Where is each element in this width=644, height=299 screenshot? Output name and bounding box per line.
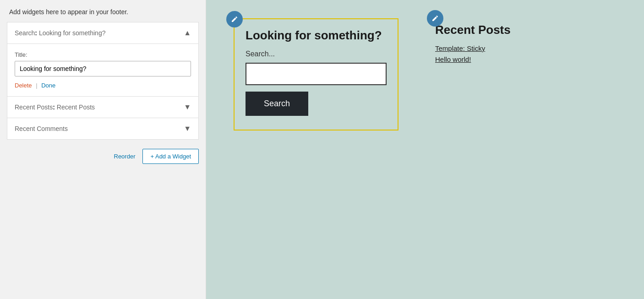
search-preview-label: Search... <box>246 50 387 58</box>
search-preview-button[interactable]: Search <box>246 92 308 116</box>
action-separator: | <box>36 82 37 89</box>
recent-posts-preview: Recent Posts Template: Sticky Hello worl… <box>435 18 536 71</box>
search-title-label: Title: <box>15 51 191 58</box>
recent-comments-widget-item: Recent Comments ▼ <box>7 118 198 139</box>
pencil-icon <box>231 16 238 23</box>
search-preview-title: Looking for something? <box>246 28 387 43</box>
recent-posts-links: Template: Sticky Hello world! <box>435 44 536 64</box>
recent-comments-widget-chevron-icon: ▼ <box>184 125 191 133</box>
add-widget-button[interactable]: + Add a Widget <box>142 149 199 164</box>
pencil-icon-2 <box>431 15 439 22</box>
left-panel: Add widgets here to appear in your foote… <box>0 0 206 299</box>
list-item: Hello world! <box>435 55 536 64</box>
footer-hint: Add widgets here to appear in your foote… <box>0 0 206 22</box>
search-widget-edit-icon[interactable] <box>226 11 243 27</box>
widget-list: Search: Looking for something? ▲ Title: … <box>7 22 199 140</box>
recent-post-link-2[interactable]: Hello world! <box>435 55 471 63</box>
search-widget-actions: Delete | Done <box>15 82 191 89</box>
right-panel: Looking for something? Search... Search … <box>206 0 644 299</box>
search-widget-header[interactable]: Search: Looking for something? ▲ <box>7 22 198 43</box>
recent-posts-edit-icon[interactable] <box>427 10 443 27</box>
recent-post-link-1[interactable]: Template: Sticky <box>435 44 485 52</box>
search-preview-input[interactable] <box>246 63 387 85</box>
recent-posts-widget-chevron-icon: ▼ <box>184 103 191 111</box>
search-widget-chevron-icon: ▲ <box>184 29 191 37</box>
search-widget-header-title: Search: Looking for something? <box>15 29 105 37</box>
search-widget-item: Search: Looking for something? ▲ Title: … <box>7 22 198 97</box>
search-widget-done-link[interactable]: Done <box>41 82 55 89</box>
bottom-actions: Reorder + Add a Widget <box>0 140 206 173</box>
recent-posts-widget-header-title: Recent Posts: Recent Posts <box>15 103 95 111</box>
reorder-link[interactable]: Reorder <box>114 153 136 160</box>
recent-comments-widget-header-title: Recent Comments <box>15 125 68 132</box>
search-title-input[interactable] <box>15 61 191 76</box>
search-widget-delete-link[interactable]: Delete <box>15 82 32 89</box>
list-item: Template: Sticky <box>435 44 536 53</box>
recent-posts-preview-title: Recent Posts <box>435 23 536 37</box>
search-widget-preview: Looking for something? Search... Search <box>234 18 398 130</box>
recent-posts-widget-item: Recent Posts: Recent Posts ▼ <box>7 97 198 118</box>
recent-comments-widget-header[interactable]: Recent Comments ▼ <box>7 118 198 139</box>
recent-posts-widget-header[interactable]: Recent Posts: Recent Posts ▼ <box>7 97 198 118</box>
search-widget-body: Title: Delete | Done <box>7 43 198 96</box>
